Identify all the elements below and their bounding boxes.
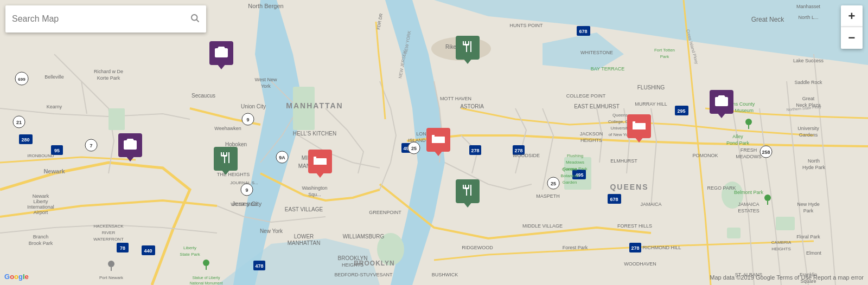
svg-text:National Monument: National Monument bbox=[190, 281, 223, 285]
svg-text:WEST SIDE: WEST SIDE bbox=[231, 202, 257, 207]
svg-rect-180 bbox=[316, 159, 319, 161]
svg-text:Park: Park bbox=[803, 208, 814, 213]
svg-text:MOTT HAVEN: MOTT HAVEN bbox=[440, 96, 471, 101]
svg-text:HEIGHTS: HEIGHTS bbox=[771, 247, 791, 251]
svg-rect-7 bbox=[727, 228, 741, 238]
search-input[interactable] bbox=[12, 14, 190, 24]
svg-text:Garden: Garden bbox=[563, 180, 577, 185]
svg-text:JACKSON: JACKSON bbox=[580, 131, 603, 137]
svg-text:Great: Great bbox=[802, 96, 815, 101]
svg-text:North: North bbox=[808, 158, 820, 164]
svg-text:CAMBRIA: CAMBRIA bbox=[771, 240, 792, 245]
svg-text:New Hyde: New Hyde bbox=[797, 202, 820, 207]
svg-text:MURRAY HILL: MURRAY HILL bbox=[635, 101, 667, 107]
svg-rect-188 bbox=[635, 124, 638, 126]
zoom-in-button[interactable]: + bbox=[841, 5, 863, 27]
restaurant-marker-3[interactable] bbox=[456, 179, 480, 203]
svg-point-156 bbox=[764, 195, 771, 201]
svg-text:Hyde Park: Hyde Park bbox=[802, 165, 826, 170]
svg-text:25: 25 bbox=[551, 181, 556, 186]
svg-text:Branch: Branch bbox=[33, 234, 49, 239]
svg-text:EAST ELMHURST: EAST ELMHURST bbox=[574, 103, 620, 109]
svg-rect-189 bbox=[640, 124, 643, 126]
camera-icon bbox=[715, 95, 728, 109]
svg-text:Floral Park: Floral Park bbox=[796, 234, 820, 239]
svg-text:Kearny: Kearny bbox=[47, 104, 62, 109]
map-attribution: Map data ©2019 Google Terms of Use Repor… bbox=[710, 274, 864, 281]
svg-point-157 bbox=[203, 260, 209, 266]
svg-text:9A: 9A bbox=[279, 155, 285, 160]
svg-text:78: 78 bbox=[120, 245, 125, 251]
svg-text:Secaucus: Secaucus bbox=[192, 93, 215, 99]
svg-text:Washington: Washington bbox=[302, 185, 327, 191]
svg-text:RIVER: RIVER bbox=[102, 230, 116, 235]
restaurant-marker-1[interactable] bbox=[456, 36, 480, 60]
svg-line-179 bbox=[196, 20, 199, 22]
svg-text:FLUSHING: FLUSHING bbox=[637, 85, 665, 90]
fork-icon bbox=[462, 40, 473, 56]
svg-rect-181 bbox=[321, 159, 324, 161]
svg-point-152 bbox=[745, 119, 752, 125]
svg-text:Botanical: Botanical bbox=[561, 173, 579, 178]
svg-text:21: 21 bbox=[16, 120, 22, 125]
hotel-marker-1[interactable] bbox=[308, 150, 332, 173]
svg-text:MEADOWS: MEADOWS bbox=[736, 154, 762, 159]
svg-text:York: York bbox=[261, 83, 271, 89]
search-icon bbox=[190, 13, 200, 25]
camera-marker-2[interactable] bbox=[118, 133, 142, 157]
svg-text:Lake Success: Lake Success bbox=[793, 58, 824, 63]
svg-text:RICHMOND HILL: RICHMOND HILL bbox=[642, 245, 681, 250]
svg-text:New York: New York bbox=[260, 228, 283, 234]
svg-text:9: 9 bbox=[246, 117, 249, 122]
svg-text:MANHATTAN: MANHATTAN bbox=[286, 101, 343, 110]
svg-text:HELL'S KITCHEN: HELL'S KITCHEN bbox=[293, 131, 336, 137]
bed-icon bbox=[632, 120, 646, 133]
svg-text:25: 25 bbox=[411, 146, 417, 151]
svg-text:440: 440 bbox=[144, 248, 152, 254]
zoom-out-button[interactable]: − bbox=[841, 27, 863, 49]
svg-text:EAST VILLAGE: EAST VILLAGE bbox=[285, 206, 323, 212]
svg-text:Elmont: Elmont bbox=[806, 250, 822, 256]
svg-text:BROOKLYN: BROOKLYN bbox=[338, 255, 368, 261]
svg-text:WOODHAVEN: WOODHAVEN bbox=[624, 261, 656, 267]
fork-icon bbox=[462, 184, 473, 199]
map-container: 95 78 9 495 278 25 678 295 278 25 495 67… bbox=[0, 0, 868, 285]
svg-rect-185 bbox=[439, 138, 442, 140]
svg-text:HUNTS POINT: HUNTS POINT bbox=[509, 23, 543, 28]
svg-text:ESTATES: ESTATES bbox=[738, 208, 760, 213]
svg-text:FRESH: FRESH bbox=[741, 147, 757, 153]
svg-text:BAY TERRACE: BAY TERRACE bbox=[591, 66, 625, 72]
svg-text:Meadows: Meadows bbox=[566, 160, 584, 165]
svg-text:Statue of Liberty: Statue of Liberty bbox=[193, 276, 220, 280]
svg-text:95: 95 bbox=[54, 148, 60, 153]
svg-text:WATERFRONT: WATERFRONT bbox=[93, 237, 124, 242]
svg-text:699: 699 bbox=[18, 77, 25, 82]
svg-text:7: 7 bbox=[90, 143, 92, 148]
hotel-marker-2[interactable] bbox=[426, 128, 450, 152]
bed-icon bbox=[431, 133, 445, 147]
svg-text:258: 258 bbox=[762, 150, 770, 155]
svg-text:MASPETH: MASPETH bbox=[536, 193, 560, 199]
camera-marker-1[interactable] bbox=[209, 41, 233, 65]
svg-text:Gardens: Gardens bbox=[799, 132, 818, 138]
svg-text:HEIGHTS: HEIGHTS bbox=[580, 138, 602, 143]
svg-text:278: 278 bbox=[631, 245, 639, 251]
zoom-controls: + − bbox=[841, 5, 863, 49]
svg-text:678: 678 bbox=[579, 29, 587, 34]
svg-point-160 bbox=[108, 261, 114, 267]
svg-text:Newark: Newark bbox=[43, 168, 65, 174]
restaurant-marker-2[interactable] bbox=[214, 147, 238, 171]
svg-text:HEIGHTS: HEIGHTS bbox=[342, 262, 363, 268]
svg-text:MIDDLE VILLAGE: MIDDLE VILLAGE bbox=[522, 223, 563, 229]
svg-text:Squ...: Squ... bbox=[308, 192, 321, 197]
svg-text:Liberty: Liberty bbox=[183, 245, 196, 250]
svg-text:IRONBOUND: IRONBOUND bbox=[28, 153, 54, 158]
svg-text:Union City: Union City bbox=[241, 103, 266, 109]
camera-marker-3[interactable] bbox=[710, 90, 733, 114]
svg-text:Park: Park bbox=[660, 54, 669, 59]
svg-text:JAMAICA: JAMAICA bbox=[738, 202, 759, 207]
svg-text:Saddle Rock: Saddle Rock bbox=[794, 80, 822, 85]
svg-text:WOODSIDE: WOODSIDE bbox=[513, 153, 540, 158]
svg-text:ASTORIA: ASTORIA bbox=[460, 103, 484, 109]
hotel-marker-3[interactable] bbox=[627, 114, 651, 138]
